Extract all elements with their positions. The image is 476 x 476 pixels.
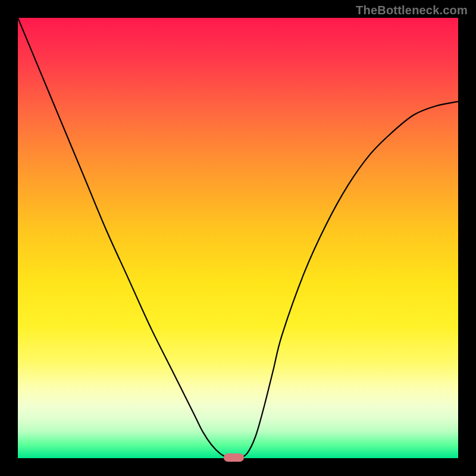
watermark-text: TheBottleneck.com <box>356 4 468 17</box>
bottleneck-curve <box>18 18 458 458</box>
chart-frame: TheBottleneck.com <box>0 0 476 476</box>
plot-area <box>18 18 458 458</box>
optimal-marker <box>224 453 244 462</box>
